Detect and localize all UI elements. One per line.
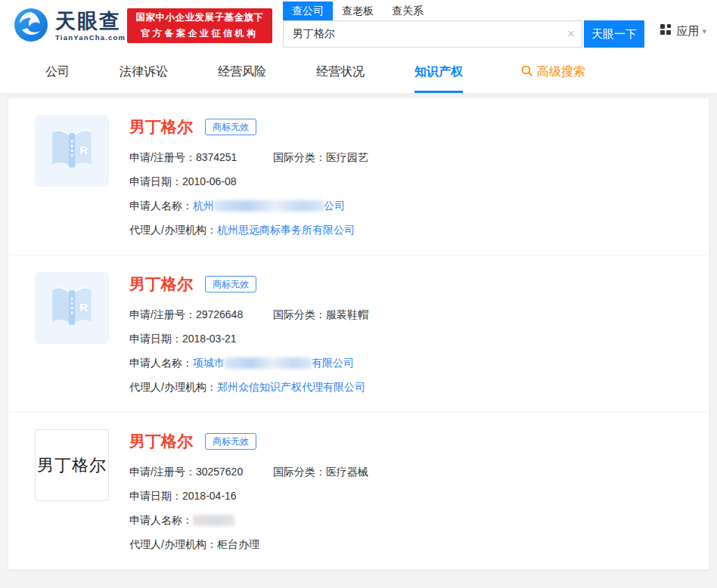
apply-date-value: 2018-03-21 (182, 333, 237, 345)
trademark-results-panel: R 男丁格尔 商标无效 申请/注册号：8374251 国际分类：医疗园艺 申请日… (8, 97, 709, 570)
reg-no-value: 30257620 (196, 466, 243, 478)
advanced-search-label: 高级搜索 (537, 64, 585, 80)
nav-tab-lawsuits[interactable]: 法律诉讼 (120, 51, 168, 93)
redacted-text (214, 200, 324, 212)
clear-search-icon[interactable]: × (567, 27, 575, 40)
reg-no-value: 29726648 (196, 308, 243, 320)
trademark-image-placeholder[interactable]: R (35, 272, 109, 344)
trademark-image[interactable]: 男丁格尔 (35, 429, 109, 501)
gov-certification-badge: 国家中小企业发展子基金旗下 官方备案企业征信机构 (127, 8, 272, 43)
applicant-link[interactable]: 杭州公司 (193, 200, 345, 212)
trademark-title[interactable]: 男丁格尔 (129, 116, 193, 138)
nav-tab-operating-risk[interactable]: 经营风险 (218, 51, 266, 93)
trademark-image-placeholder[interactable]: R (35, 115, 109, 187)
agent-link[interactable]: 郑州众信知识产权代理有限公司 (217, 381, 365, 393)
apply-date-label: 申请日期： (129, 490, 182, 502)
logo-domain: TianYanCha.com (55, 34, 126, 42)
trademark-result-card: 男丁格尔 男丁格尔 商标无效 申请/注册号：30257620 国际分类：医疗器械… (8, 412, 709, 569)
logo-title: 天眼查 (55, 11, 126, 32)
trademark-result-card: R 男丁格尔 商标无效 申请/注册号：8374251 国际分类：医疗园艺 申请日… (8, 98, 709, 255)
intl-class-value: 医疗园艺 (326, 151, 368, 163)
nav-tab-intellectual-property[interactable]: 知识产权 (414, 51, 463, 93)
trademark-result-card: R 男丁格尔 商标无效 申请/注册号：29726648 国际分类：服装鞋帽 申请… (8, 255, 709, 412)
gov-badge-line2: 官方备案企业征信机构 (141, 27, 259, 40)
result-category-nav: 公司 法律诉讼 经营风险 经营状况 知识产权 高级搜索 (0, 51, 717, 94)
header: 天眼查 TianYanCha.com 国家中小企业发展子基金旗下 官方备案企业征… (0, 0, 717, 51)
gov-badge-line1: 国家中小企业发展子基金旗下 (136, 11, 264, 24)
svg-text:R: R (79, 144, 88, 156)
advanced-search[interactable]: 高级搜索 (520, 51, 585, 93)
trademark-title[interactable]: 男丁格尔 (129, 274, 193, 295)
apply-date-value: 2018-04-16 (182, 490, 237, 502)
svg-text:R: R (79, 301, 88, 314)
apps-label: 应用 (676, 24, 699, 39)
search-icon (520, 64, 533, 80)
reg-no-value: 8374251 (196, 151, 237, 163)
status-badge: 商标无效 (205, 433, 256, 450)
search-area: 查公司 查老板 查关系 × 天眼一下 (283, 2, 644, 48)
intl-class-value: 医疗器械 (326, 466, 368, 478)
apps-grid-icon (660, 23, 672, 39)
status-badge: 商标无效 (205, 119, 256, 135)
search-tab-relation[interactable]: 查关系 (383, 2, 433, 20)
applicant-label: 申请人名称： (129, 514, 193, 526)
tianyancha-logo-icon (14, 8, 48, 45)
search-tab-company[interactable]: 查公司 (283, 2, 333, 20)
trademark-book-icon: R (48, 128, 95, 175)
apply-date-label: 申请日期： (129, 175, 182, 187)
reg-no-label: 申请/注册号： (129, 466, 196, 478)
applicant-label: 申请人名称： (129, 200, 193, 212)
agent-label: 代理人/办理机构： (129, 381, 217, 393)
apps-menu[interactable]: 应用 ▾ (660, 23, 706, 39)
trademark-title[interactable]: 男丁格尔 (129, 431, 193, 452)
chevron-down-icon: ▾ (702, 26, 706, 36)
search-button[interactable]: 天眼一下 (584, 20, 644, 48)
logo[interactable]: 天眼查 TianYanCha.com (14, 8, 126, 45)
redacted-text (193, 515, 234, 526)
applicant-link[interactable]: 项城市有限公司 (193, 357, 354, 369)
search-tab-boss[interactable]: 查老板 (333, 2, 383, 20)
trademark-book-icon: R (48, 285, 95, 332)
agent-label: 代理人/办理机构： (129, 538, 217, 550)
agent-value: 柜台办理 (217, 538, 259, 550)
applicant-label: 申请人名称： (129, 357, 193, 369)
agent-link[interactable]: 杭州思远商标事务所有限公司 (217, 224, 355, 236)
status-badge: 商标无效 (205, 276, 256, 292)
apply-date-label: 申请日期： (129, 333, 182, 345)
intl-class-label: 国际分类： (273, 151, 326, 163)
intl-class-value: 服装鞋帽 (326, 308, 368, 320)
search-tabs: 查公司 查老板 查关系 (283, 2, 644, 20)
reg-no-label: 申请/注册号： (129, 308, 196, 320)
apply-date-value: 2010-06-08 (182, 175, 237, 187)
redacted-text (225, 357, 312, 369)
nav-tab-company[interactable]: 公司 (45, 51, 70, 93)
intl-class-label: 国际分类： (273, 466, 326, 478)
nav-tab-operating-status[interactable]: 经营状况 (316, 51, 365, 93)
reg-no-label: 申请/注册号： (129, 151, 196, 163)
search-input[interactable] (283, 20, 582, 48)
intl-class-label: 国际分类： (273, 308, 326, 320)
agent-label: 代理人/办理机构： (129, 224, 217, 236)
